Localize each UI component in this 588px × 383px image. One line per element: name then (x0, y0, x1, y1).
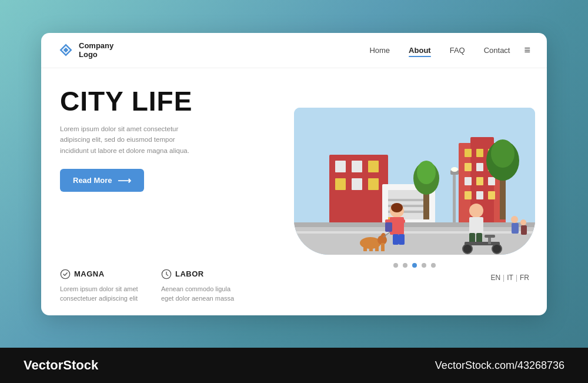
watermark-url: VectorStock.com/43268736 (435, 359, 564, 372)
svg-rect-9 (476, 163, 483, 171)
svg-rect-38 (453, 172, 456, 225)
nav-faq[interactable]: FAQ (450, 46, 465, 55)
features-section: MAGNA Lorem ipsum dolor sit amet consect… (60, 269, 275, 304)
read-more-label: Read More (73, 176, 112, 185)
lang-fr[interactable]: FR (520, 274, 529, 282)
feature-labor-header: LABOR (161, 269, 243, 279)
feature-labor-desc: Aenean commodo ligula eget dolor aenean … (161, 284, 243, 304)
nav-about[interactable]: About (409, 46, 431, 55)
lang-en[interactable]: EN (490, 274, 500, 282)
feature-magna-desc: Lorem ipsum dolor sit amet consectetuer … (60, 284, 142, 304)
svg-rect-11 (465, 177, 472, 185)
feature-magna-title: MAGNA (74, 269, 105, 278)
svg-rect-58 (385, 222, 392, 232)
svg-rect-21 (335, 178, 346, 190)
svg-point-60 (469, 204, 483, 218)
dot-2[interactable] (403, 263, 407, 268)
svg-rect-8 (465, 163, 472, 171)
feature-magna-header: MAGNA (60, 269, 142, 279)
check-circle-icon (60, 269, 71, 279)
watermark-brand: VectorStock (24, 358, 98, 373)
svg-rect-68 (485, 235, 495, 238)
svg-rect-16 (488, 191, 495, 199)
svg-point-71 (520, 219, 526, 225)
hero-title: CITY LIFE (60, 87, 275, 115)
svg-rect-48 (375, 243, 379, 251)
nav-contact[interactable]: Contact (484, 46, 510, 55)
bottom-bar: VectorStock VectorStock.com/43268736 (0, 348, 588, 383)
clock-icon (161, 269, 172, 279)
svg-rect-13 (488, 177, 495, 185)
right-panel: EN | IT | FR (294, 68, 547, 315)
svg-rect-72 (521, 225, 527, 235)
logo-text: Company Logo (79, 41, 113, 59)
svg-rect-46 (363, 243, 367, 251)
dot-4[interactable] (422, 263, 426, 268)
main-content: CITY LIFE Lorem ipsum dolor sit amet con… (41, 68, 547, 315)
svg-rect-56 (393, 234, 399, 245)
svg-point-59 (391, 203, 403, 212)
svg-point-65 (463, 244, 472, 254)
svg-rect-18 (335, 161, 346, 172)
svg-rect-5 (465, 149, 472, 157)
svg-point-37 (491, 139, 514, 168)
feature-magna: MAGNA Lorem ipsum dolor sit amet consect… (60, 269, 142, 304)
svg-point-0 (61, 269, 69, 278)
nav-links: Home About FAQ Contact (369, 46, 510, 55)
feature-labor-title: LABOR (175, 269, 204, 278)
read-more-arrow-icon: ⟶ (118, 175, 131, 186)
dot-3-active[interactable] (412, 263, 417, 268)
dot-1[interactable] (393, 263, 398, 268)
svg-rect-61 (469, 217, 483, 234)
svg-rect-57 (399, 234, 405, 245)
read-more-button[interactable]: Read More ⟶ (60, 169, 144, 192)
svg-point-69 (511, 216, 518, 223)
dot-5[interactable] (431, 263, 436, 268)
svg-rect-14 (465, 191, 472, 199)
svg-rect-22 (352, 178, 362, 190)
lang-sep-1: | (503, 274, 505, 282)
svg-rect-26 (388, 199, 429, 201)
svg-rect-55 (397, 219, 405, 223)
nav-home[interactable]: Home (369, 46, 390, 55)
logo-icon (58, 42, 74, 58)
pagination-dots (294, 263, 535, 268)
lang-sep-2: | (516, 274, 517, 282)
logo-area: Company Logo (58, 41, 369, 59)
hero-description: Lorem ipsum dolor sit amet consectetur a… (60, 124, 189, 156)
lang-it[interactable]: IT (507, 274, 513, 282)
svg-point-40 (451, 167, 458, 172)
browser-card: Company Logo Home About FAQ Contact ≡ CI… (41, 33, 547, 315)
svg-rect-43 (294, 231, 535, 234)
svg-rect-6 (476, 149, 483, 157)
hamburger-icon[interactable]: ≡ (524, 44, 530, 56)
language-switcher: EN | IT | FR (490, 274, 535, 282)
svg-rect-49 (381, 243, 385, 251)
svg-rect-70 (512, 223, 519, 234)
svg-point-66 (492, 244, 502, 254)
svg-rect-23 (368, 178, 379, 190)
svg-rect-12 (476, 177, 483, 185)
svg-rect-15 (476, 191, 483, 199)
svg-rect-47 (369, 243, 373, 251)
left-panel: CITY LIFE Lorem ipsum dolor sit amet con… (41, 68, 294, 315)
svg-rect-42 (294, 222, 535, 227)
svg-rect-19 (352, 161, 362, 172)
svg-point-34 (417, 161, 436, 184)
svg-rect-20 (368, 161, 379, 172)
feature-labor: LABOR Aenean commodo ligula eget dolor a… (161, 269, 243, 304)
city-illustration (294, 108, 535, 255)
navbar: Company Logo Home About FAQ Contact ≡ (41, 33, 547, 68)
